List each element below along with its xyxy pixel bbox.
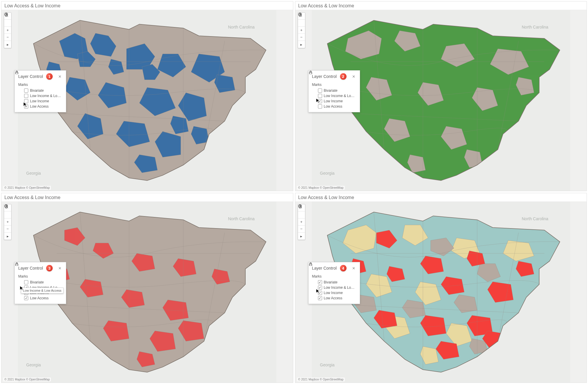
layer-checkbox[interactable] — [24, 94, 28, 98]
layer-label: Low Income & Lo… — [324, 94, 355, 98]
layer-label: Bivariate — [30, 280, 44, 284]
layer-control-title: Layer Control — [312, 74, 337, 79]
step-badge: 1 — [46, 73, 53, 80]
map-canvas[interactable]: North Carolina Georgia + − ▸ Layer Contr… — [295, 202, 587, 383]
state-label-nc: North Carolina — [228, 25, 254, 29]
layer-control-title: Layer Control — [18, 74, 43, 79]
layer-control[interactable]: Layer Control 1 ✕ Marks Bivariate Low In… — [14, 70, 66, 112]
locate-button[interactable] — [4, 20, 11, 27]
layer-control-title: Layer Control — [312, 266, 337, 271]
state-label-nc: North Carolina — [228, 216, 254, 221]
map-attribution: © 2021 Mapbox © OpenStreetMap — [3, 378, 51, 381]
locate-button[interactable] — [4, 211, 11, 218]
layer-checkbox[interactable] — [318, 104, 322, 108]
step-badge: 3 — [46, 265, 53, 271]
zoom-out-button[interactable]: − — [4, 34, 11, 41]
layer-row-low-access[interactable]: Low Access — [312, 104, 356, 109]
layer-label: Low Access — [324, 296, 342, 300]
marks-heading: Marks — [312, 83, 356, 87]
layer-label: Low Access — [324, 104, 342, 108]
zoom-out-button[interactable]: − — [4, 226, 11, 233]
cursor-icon — [23, 102, 28, 107]
state-label-ga: Georgia — [320, 363, 335, 367]
zoom-in-button[interactable]: + — [298, 27, 305, 34]
layer-checkbox[interactable] — [318, 296, 322, 300]
layer-control[interactable]: Layer Control 2 ✕ Marks Bivariate Low In… — [308, 70, 360, 112]
layers-button[interactable]: ▸ — [4, 233, 11, 240]
layer-label: Low Income — [324, 99, 343, 103]
layers-button[interactable]: ▸ — [4, 41, 11, 48]
layer-row-bivariate[interactable]: Bivariate — [18, 88, 62, 93]
locate-button[interactable] — [298, 211, 305, 218]
step-badge: 4 — [340, 265, 347, 271]
panel-title: Low Access & Low Income — [1, 193, 293, 202]
cursor-icon — [316, 289, 321, 293]
map-attribution: © 2021 Mapbox © OpenStreetMap — [297, 378, 345, 381]
state-label-ga: Georgia — [26, 171, 41, 176]
zoom-in-button[interactable]: + — [4, 27, 11, 34]
map-panel-3: Low Access & Low Income — [1, 193, 293, 383]
layer-checkbox[interactable] — [24, 296, 28, 300]
layer-checkbox[interactable] — [318, 280, 322, 284]
map-canvas[interactable]: North Carolina Georgia + − ▸ Layer Contr… — [1, 10, 293, 191]
close-icon[interactable]: ✕ — [351, 266, 356, 271]
layer-row-bivariate[interactable]: Bivariate — [312, 88, 356, 93]
layer-label: Bivariate — [30, 89, 44, 93]
layer-label: Bivariate — [324, 89, 338, 93]
layer-control[interactable]: Layer Control 3 ✕ Marks Bivariate Low In… — [14, 262, 66, 304]
zoom-out-button[interactable]: − — [298, 34, 305, 41]
map-panel-2: Low Access & Low Income — [295, 1, 587, 191]
layer-label: Low Income & Lo… — [30, 94, 61, 98]
marks-heading: Marks — [312, 274, 356, 278]
zoom-out-button[interactable]: − — [298, 226, 305, 233]
panel-title: Low Access & Low Income — [295, 1, 587, 10]
layers-button[interactable]: ▸ — [298, 233, 305, 240]
cursor-icon — [316, 98, 321, 103]
map-grid: Low Access & Low Income — [0, 0, 588, 384]
layer-label: Low Income — [324, 291, 343, 295]
layer-row-bivariate[interactable]: Bivariate — [18, 280, 62, 285]
close-icon[interactable]: ✕ — [58, 74, 62, 79]
layer-row-low-access[interactable]: Low Access — [18, 295, 62, 301]
map-panel-1: Low Access & Low Income — [1, 1, 293, 191]
layer-row-bivariate[interactable]: Bivariate — [312, 280, 356, 285]
map-toolbar: + − ▸ — [4, 204, 11, 240]
layer-label: Low Income — [30, 99, 49, 103]
layer-row-low-access[interactable]: Low Access — [312, 295, 356, 301]
layer-row-low-income-low-access[interactable]: Low Income & Lo… — [18, 93, 62, 98]
map-canvas[interactable]: North Carolina Georgia + − ▸ Layer Contr… — [295, 10, 587, 191]
map-toolbar: + − ▸ — [298, 12, 305, 48]
map-attribution: © 2021 Mapbox © OpenStreetMap — [3, 186, 51, 190]
zoom-in-button[interactable]: + — [298, 218, 305, 226]
layer-label: Low Access — [30, 296, 49, 300]
layers-button[interactable]: ▸ — [298, 41, 305, 48]
layer-tooltip: Low Income & Low Access — [21, 288, 64, 293]
map-toolbar: + − ▸ — [4, 12, 11, 48]
map-canvas[interactable]: North Carolina Georgia + − ▸ Layer Contr… — [1, 202, 293, 383]
layer-checkbox[interactable] — [24, 280, 28, 284]
marks-heading: Marks — [18, 274, 62, 278]
state-label-nc: North Carolina — [522, 216, 548, 221]
layer-control[interactable]: Layer Control 4 ✕ Marks Bivariate Low In… — [308, 262, 360, 304]
cursor-icon — [20, 286, 24, 290]
marks-heading: Marks — [18, 83, 62, 87]
layer-label: Low Income & Lo… — [324, 286, 355, 290]
map-panel-4: Low Access & Low Income — [295, 193, 587, 383]
close-icon[interactable]: ✕ — [351, 74, 356, 79]
layer-label: Low Access — [30, 104, 49, 108]
layer-checkbox[interactable] — [318, 89, 322, 93]
panel-title: Low Access & Low Income — [1, 1, 293, 10]
state-label-ga: Georgia — [26, 363, 41, 367]
layer-checkbox[interactable] — [24, 89, 28, 93]
panel-title: Low Access & Low Income — [295, 193, 587, 202]
layer-label: Bivariate — [324, 280, 338, 284]
zoom-in-button[interactable]: + — [4, 218, 11, 226]
close-icon[interactable]: ✕ — [58, 266, 62, 271]
map-attribution: © 2021 Mapbox © OpenStreetMap — [297, 186, 345, 190]
layer-checkbox[interactable] — [318, 94, 322, 98]
layer-row-low-income-low-access[interactable]: Low Income & Lo… — [312, 93, 356, 98]
locate-button[interactable] — [298, 20, 305, 27]
map-toolbar: + − ▸ — [298, 204, 305, 240]
state-label-ga: Georgia — [320, 171, 335, 176]
state-label-nc: North Carolina — [522, 25, 548, 29]
